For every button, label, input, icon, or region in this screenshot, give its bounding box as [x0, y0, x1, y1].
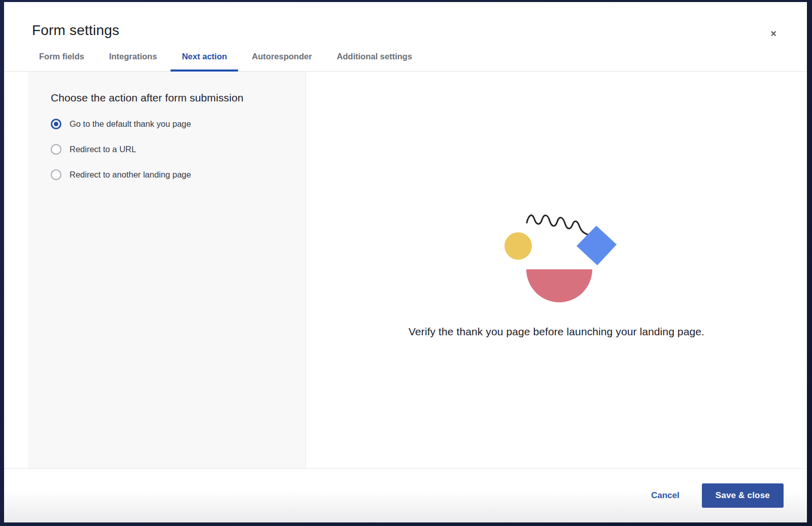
- radio-label: Redirect to another landing page: [70, 170, 191, 180]
- preview-message: Verify the thank you page before launchi…: [409, 326, 704, 338]
- modal-overlay-frame: Form settings × Form fields Integrations…: [0, 0, 812, 526]
- close-icon[interactable]: ×: [766, 26, 781, 41]
- tab-autoresponder[interactable]: Autoresponder: [241, 52, 323, 72]
- preview-pane: Verify the thank you page before launchi…: [306, 72, 807, 468]
- form-settings-modal: Form settings × Form fields Integrations…: [4, 2, 807, 522]
- cancel-button[interactable]: Cancel: [651, 490, 680, 501]
- modal-body: Choose the action after form submission …: [4, 72, 807, 468]
- modal-header: Form settings × Form fields Integrations…: [4, 2, 807, 72]
- radio-label: Go to the default thank you page: [70, 119, 191, 129]
- abstract-shapes-illustration: [476, 194, 638, 310]
- next-action-panel: Choose the action after form submission …: [28, 72, 306, 468]
- yellow-circle-shape: [504, 232, 532, 260]
- tab-additional-settings[interactable]: Additional settings: [326, 52, 424, 72]
- tab-bar: Form fields Integrations Next action Aut…: [28, 52, 779, 71]
- option-redirect-url[interactable]: Redirect to a URL: [51, 136, 283, 162]
- radio-button-icon[interactable]: [51, 144, 61, 155]
- radio-label: Redirect to a URL: [70, 145, 136, 154]
- tab-integrations[interactable]: Integrations: [98, 52, 168, 72]
- radio-button-icon[interactable]: [51, 169, 61, 180]
- save-and-close-button[interactable]: Save & close: [702, 483, 784, 508]
- pink-semicircle-shape: [526, 269, 592, 302]
- panel-heading: Choose the action after form submission: [51, 92, 283, 104]
- black-squiggle-shape: [527, 215, 591, 237]
- radio-group: Go to the default thank you page Redirec…: [51, 111, 283, 187]
- modal-footer: Cancel Save & close: [4, 468, 807, 522]
- option-redirect-landing-page[interactable]: Redirect to another landing page: [51, 162, 283, 187]
- tab-next-action[interactable]: Next action: [171, 52, 238, 72]
- option-default-thank-you-page[interactable]: Go to the default thank you page: [51, 111, 283, 136]
- tab-form-fields[interactable]: Form fields: [28, 52, 95, 72]
- radio-button-icon[interactable]: [51, 119, 61, 129]
- page-title: Form settings: [28, 22, 779, 39]
